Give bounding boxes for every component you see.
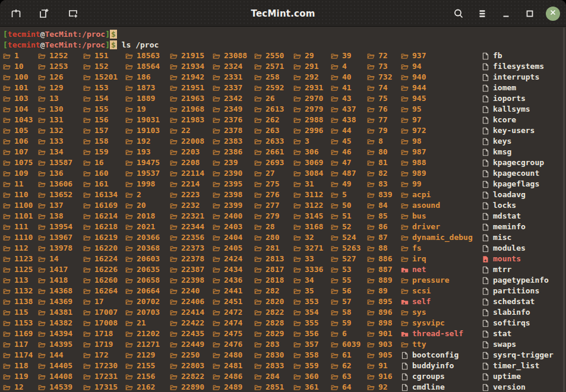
terminal-output[interactable]: [tecmint@TecMint:/proc]$ [tecmint@TecMin… [0,27,566,392]
minimize-button[interactable] [498,6,514,21]
proc-entry: 72 [367,50,392,61]
proc-entry: 34 [293,275,323,286]
proc-entry: 2828 [254,318,284,328]
proc-entry: 19475 [125,157,160,168]
open-folder-icon [293,138,301,146]
proc-entry: 92 [367,382,392,392]
proc-entry: 2661 [254,147,284,157]
open-folder-icon [254,277,262,284]
proc-entry: 75 [367,93,392,104]
open-folder-icon [254,245,262,252]
open-folder-icon [125,362,133,370]
open-folder-icon [83,116,91,124]
proc-entry: 32 [293,232,323,243]
proc-entry: 16218 [83,222,118,232]
open-folder-icon [3,181,11,188]
proc-entry: 22321 [170,211,204,222]
proc-entry: 16260 [83,275,118,286]
file-icon [482,362,489,370]
proc-entry: 359 [293,361,323,371]
open-folder-icon [293,352,301,359]
proc-entry: 155 [83,104,118,115]
proc-entry: 357 [293,339,323,350]
open-folder-icon [38,384,46,391]
proc-entry: 63 [331,371,361,382]
proc-entry: 2474 [213,318,247,328]
proc-entry: 2400 [213,211,247,222]
open-folder-icon [367,234,375,242]
maximize-button[interactable] [522,6,537,21]
open-folder-icon [3,298,11,306]
open-folder-icon [331,106,339,113]
open-folder-icon [401,245,409,252]
open-folder-icon [254,234,262,242]
proc-entry: 2829 [254,328,284,339]
proc-entry: 22387 [170,264,204,275]
open-folder-icon [293,287,301,295]
proc-entry: 137 [38,200,72,211]
proc-entry: 2475 [213,328,247,339]
proc-entry: 20 [125,200,160,211]
proc-entry: 21915 [170,50,204,61]
open-folder-icon [125,191,133,199]
open-folder-icon [125,148,133,156]
proc-entry: 129 [38,83,72,93]
proc-entry: 5 [331,189,361,200]
proc-entry: 356 [293,328,323,339]
proc-entry: fs [401,243,473,254]
proc-entry: 277 [254,200,284,211]
proc-entry: 98 [401,136,473,147]
open-folder-icon [367,202,375,210]
file-icon [482,148,489,156]
open-folder-icon [38,298,46,306]
proc-entry: 361 [293,382,323,392]
open-folder-icon [38,202,46,210]
proc-entry: 193 [125,147,160,157]
open-folder-icon [38,309,46,317]
proc-entry: 2592 [254,83,284,93]
ls-column-5: 21915 21934 21942 21951 21963 21968 2198… [170,50,204,392]
open-folder-icon [83,362,91,370]
open-folder-icon [125,95,133,103]
proc-entry: 2162 [125,382,160,392]
close-button[interactable] [546,7,560,21]
proc-entry: 2820 [254,296,284,307]
open-folder-icon [254,330,262,338]
open-folder-icon [125,287,133,295]
open-folder-icon [331,245,339,252]
proc-entry: 21 [125,318,160,328]
proc-entry: 21951 [170,83,204,93]
proc-entry: loadavg [482,189,554,200]
open-folder-icon [83,373,91,381]
proc-entry: 16134 [83,189,118,200]
proc-entry: 57 [331,296,361,307]
menu-button[interactable] [475,6,490,21]
open-folder-icon [170,298,178,306]
proc-entry: 20603 [125,254,160,264]
open-folder-icon [254,191,262,199]
proc-entry: 160 [83,168,118,179]
open-folder-icon [331,74,339,81]
open-folder-icon [170,202,178,210]
open-folder-icon [3,362,11,370]
open-folder-icon [3,287,11,295]
open-folder-icon [3,341,11,349]
proc-entry: 80 [367,147,392,157]
open-folder-icon [125,52,133,60]
proc-entry: 35 [293,286,323,296]
open-folder-icon [293,330,301,338]
proc-entry: 2486 [213,371,247,382]
open-folder-icon [170,116,178,124]
open-folder-icon [213,298,220,306]
open-folder-icon [331,138,339,146]
proc-entry: 132 [38,125,72,136]
file-icon [482,245,489,252]
proc-entry: 109 [3,168,33,179]
scrollbar[interactable] [563,27,565,392]
open-folder-icon [38,127,46,135]
proc-entry: 22406 [170,296,204,307]
proc-entry: 107 [3,147,33,157]
search-button[interactable] [451,6,466,21]
open-folder-icon [83,95,91,103]
open-folder-icon [170,170,178,178]
